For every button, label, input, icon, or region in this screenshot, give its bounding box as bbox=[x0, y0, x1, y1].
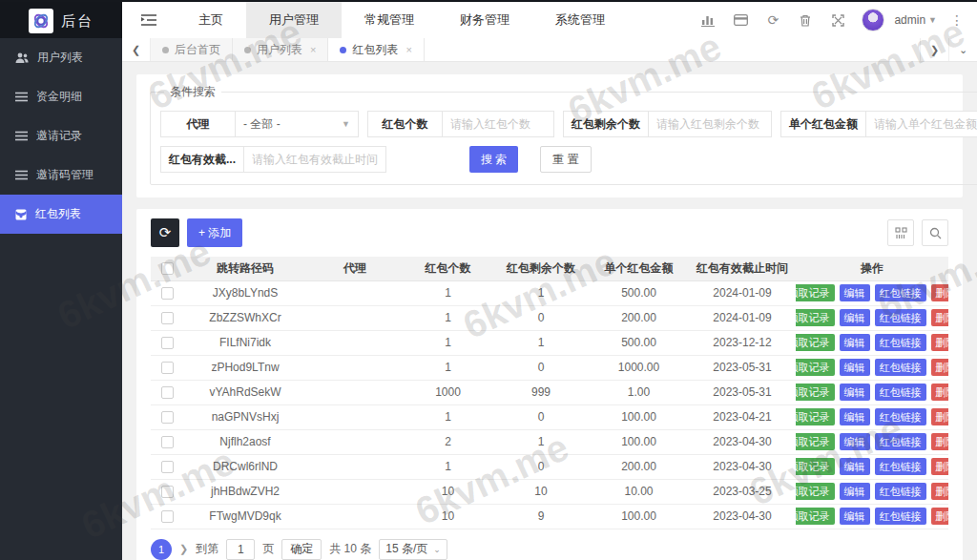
delete-button[interactable]: 删除 bbox=[931, 433, 949, 450]
nav-item-system-mgmt[interactable]: 系统管理 bbox=[532, 2, 628, 38]
refresh-icon[interactable]: ⟳ bbox=[759, 1, 787, 39]
packet-remaining-input[interactable] bbox=[648, 111, 772, 137]
row-checkbox[interactable] bbox=[161, 436, 174, 448]
edit-button[interactable]: 编辑 bbox=[840, 458, 870, 475]
current-page-button[interactable]: 1 bbox=[151, 539, 172, 560]
row-checkbox[interactable] bbox=[161, 386, 174, 399]
row-checkbox[interactable] bbox=[161, 337, 174, 349]
cell-remaining: 10 bbox=[493, 479, 589, 504]
tab-red-packet-list[interactable]: 红包列表 × bbox=[328, 38, 424, 61]
packet-link-button[interactable]: 红包链接 bbox=[875, 458, 926, 475]
claim-records-button[interactable]: 领取记录 bbox=[796, 408, 835, 425]
trash-icon[interactable] bbox=[791, 1, 820, 39]
packet-amount-input[interactable] bbox=[865, 111, 977, 137]
row-checkbox[interactable] bbox=[161, 411, 174, 424]
select-all-checkbox[interactable] bbox=[161, 262, 174, 275]
edit-button[interactable]: 编辑 bbox=[840, 433, 870, 450]
packet-link-button[interactable]: 红包链接 bbox=[875, 309, 926, 326]
chart-icon[interactable] bbox=[694, 1, 722, 39]
search-button[interactable]: 搜 索 bbox=[469, 146, 518, 173]
packet-link-button[interactable]: 红包链接 bbox=[875, 433, 926, 450]
nav-item-general-mgmt[interactable]: 常规管理 bbox=[342, 2, 437, 38]
sidebar-item-invite-records[interactable]: 邀请记录 bbox=[0, 116, 122, 156]
add-button[interactable]: + 添加 bbox=[187, 218, 242, 247]
packet-link-button[interactable]: 红包链接 bbox=[875, 483, 926, 500]
edit-button[interactable]: 编辑 bbox=[840, 483, 870, 500]
next-page-icon[interactable]: ❯ bbox=[179, 543, 188, 555]
claim-records-button[interactable]: 领取记录 bbox=[796, 384, 835, 401]
row-checkbox[interactable] bbox=[161, 362, 174, 374]
claim-records-button[interactable]: 领取记录 bbox=[796, 483, 835, 500]
edit-button[interactable]: 编辑 bbox=[840, 309, 870, 326]
claim-records-button[interactable]: 领取记录 bbox=[796, 284, 835, 301]
search-icon[interactable] bbox=[922, 219, 948, 246]
tabs-scroll-right-icon[interactable]: ❯ bbox=[920, 38, 948, 61]
claim-records-button[interactable]: 领取记录 bbox=[796, 433, 835, 450]
row-checkbox[interactable] bbox=[161, 287, 174, 300]
collapse-menu-icon[interactable] bbox=[122, 2, 176, 38]
nav-item-finance-mgmt[interactable]: 财务管理 bbox=[437, 2, 532, 38]
packet-link-button[interactable]: 红包链接 bbox=[875, 359, 926, 376]
columns-icon[interactable] bbox=[887, 219, 914, 246]
cell-amount: 200.00 bbox=[589, 454, 689, 479]
agent-select[interactable]: - 全部 - ▼ bbox=[235, 111, 359, 137]
card-icon[interactable] bbox=[726, 1, 755, 39]
delete-button[interactable]: 删除 bbox=[931, 508, 949, 525]
tab-user-list[interactable]: 用户列表 × bbox=[233, 38, 328, 61]
more-icon[interactable]: ⋮ bbox=[943, 1, 971, 39]
tabs-scroll-left-icon[interactable]: ❮ bbox=[122, 38, 151, 61]
edit-button[interactable]: 编辑 bbox=[840, 284, 870, 301]
edit-button[interactable]: 编辑 bbox=[840, 359, 870, 376]
nav-item-home[interactable]: 主页 bbox=[176, 2, 246, 38]
cell-amount: 500.00 bbox=[589, 280, 689, 305]
packet-link-button[interactable]: 红包链接 bbox=[875, 384, 926, 401]
sidebar-item-red-packet-list[interactable]: 红包列表 bbox=[0, 195, 122, 234]
packet-link-button[interactable]: 红包链接 bbox=[875, 508, 926, 525]
packet-count-input[interactable] bbox=[442, 111, 554, 137]
deadline-input[interactable] bbox=[243, 146, 386, 173]
edit-button[interactable]: 编辑 bbox=[840, 334, 870, 351]
user-menu[interactable]: admin ▼ bbox=[894, 13, 937, 27]
packet-link-button[interactable]: 红包链接 bbox=[875, 334, 926, 351]
user-avatar[interactable] bbox=[862, 9, 884, 31]
nav-item-user-mgmt[interactable]: 用户管理 bbox=[246, 2, 342, 38]
delete-button[interactable]: 删除 bbox=[931, 384, 949, 401]
page-size-select[interactable]: 15 条/页 ⌄ bbox=[379, 539, 447, 560]
cell-deadline: 2023-05-31 bbox=[689, 380, 796, 404]
delete-button[interactable]: 删除 bbox=[931, 284, 949, 301]
delete-button[interactable]: 删除 bbox=[931, 483, 949, 500]
fullscreen-icon[interactable] bbox=[823, 1, 852, 39]
claim-records-button[interactable]: 领取记录 bbox=[796, 309, 835, 326]
packet-link-button[interactable]: 红包链接 bbox=[875, 408, 926, 425]
close-icon[interactable]: × bbox=[405, 44, 411, 55]
cell-count: 1 bbox=[403, 330, 493, 355]
packet-amount-label: 单个红包金额 bbox=[780, 111, 865, 137]
packet-link-button[interactable]: 红包链接 bbox=[875, 284, 926, 301]
sidebar-item-invite-code-mgmt[interactable]: 邀请码管理 bbox=[0, 156, 122, 195]
delete-button[interactable]: 删除 bbox=[931, 408, 949, 425]
page-jump-input[interactable] bbox=[226, 539, 255, 560]
edit-button[interactable]: 编辑 bbox=[840, 384, 870, 401]
claim-records-button[interactable]: 领取记录 bbox=[796, 359, 835, 376]
row-checkbox[interactable] bbox=[161, 461, 174, 473]
edit-button[interactable]: 编辑 bbox=[840, 508, 870, 525]
confirm-page-button[interactable]: 确定 bbox=[281, 539, 322, 560]
claim-records-button[interactable]: 领取记录 bbox=[796, 334, 835, 351]
tabs-menu-icon[interactable]: ⌄ bbox=[948, 38, 977, 61]
reset-button[interactable]: 重 置 bbox=[540, 146, 591, 173]
claim-records-button[interactable]: 领取记录 bbox=[796, 508, 835, 525]
row-checkbox[interactable] bbox=[161, 312, 174, 324]
delete-button[interactable]: 删除 bbox=[931, 334, 949, 351]
delete-button[interactable]: 删除 bbox=[931, 309, 949, 326]
delete-button[interactable]: 删除 bbox=[931, 458, 949, 475]
refresh-button[interactable]: ⟳ bbox=[151, 218, 179, 247]
sidebar-item-funds-detail[interactable]: 资金明细 bbox=[0, 77, 122, 116]
sidebar-item-user-list[interactable]: 用户列表 bbox=[0, 38, 122, 77]
row-checkbox[interactable] bbox=[161, 510, 174, 523]
close-icon[interactable]: × bbox=[310, 44, 316, 55]
delete-button[interactable]: 删除 bbox=[931, 359, 949, 376]
edit-button[interactable]: 编辑 bbox=[840, 408, 870, 425]
row-checkbox[interactable] bbox=[161, 486, 174, 498]
tab-dashboard[interactable]: 后台首页 bbox=[151, 38, 233, 61]
claim-records-button[interactable]: 领取记录 bbox=[796, 458, 835, 475]
